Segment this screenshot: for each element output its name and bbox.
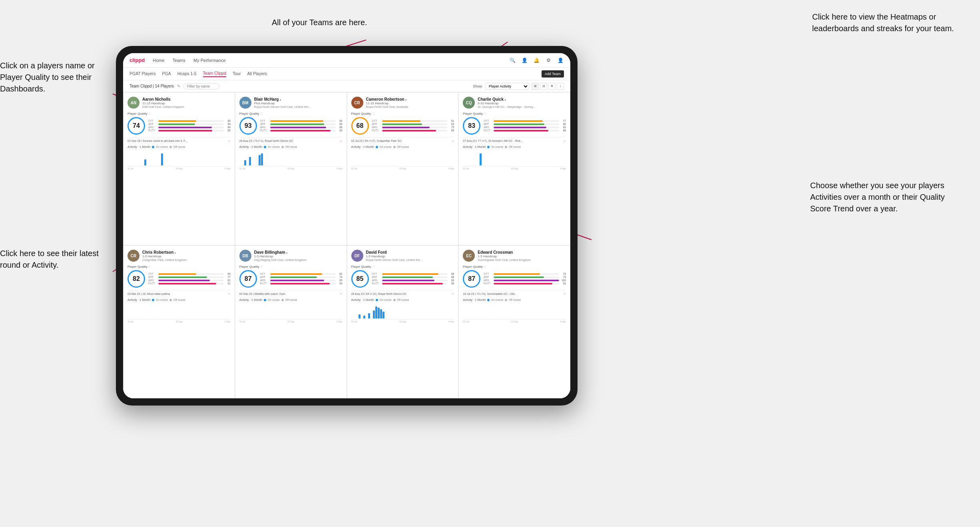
putt-value: 92 [560,282,566,285]
player-name[interactable]: Edward Crossman [478,250,531,255]
ott-bar [382,273,438,275]
ipad-screen: clippd Home Teams My Performance 🔍 👤 🔔 ⚙… [123,53,570,398]
off-course-dot [393,146,396,148]
subnav-tour[interactable]: Tour [233,71,241,77]
search-icon[interactable]: 🔍 [509,57,516,64]
recent-round[interactable]: 18 Jul 23 | 74 (+4), Sunningdale GC - Ol… [463,290,566,296]
recent-round[interactable]: 02 Jul 23 | 59 (+17), Craigmillar Park G… [351,137,454,143]
round-arrow[interactable]: → [339,139,343,143]
annotation-left-top-text: Click on a players name or Player Qualit… [0,61,95,93]
app-bar-container [494,123,559,125]
subnav-pga[interactable]: PGA [162,71,171,77]
player-card[interactable]: AN Aaron Nicholls 11-15 Handicap Drift G… [123,92,235,245]
player-header: BM Blair McHarg● Plus Handicap Royal Nor… [239,97,343,109]
player-name[interactable]: Cameron Robertson● [366,97,408,101]
arg-value: 103 [560,279,566,282]
quality-section[interactable]: 93 OTT 84 APP 85 ARG [239,117,343,135]
putt-value: 85 [225,129,231,132]
activity-title: Activity · 1 Month [351,145,374,149]
filter-btn[interactable]: ▼ [548,83,556,90]
player-name[interactable]: Aaron Nicholls [142,97,184,101]
round-arrow[interactable]: → [227,292,231,296]
edit-icon[interactable]: ✎ [177,84,180,88]
bell-icon[interactable]: 🔔 [533,57,540,64]
player-card[interactable]: CR Chris Robertson● 1-5 Handicap Craigmi… [123,245,235,398]
quality-section[interactable]: 82 OTT 60 APP 77 ARG [127,270,231,288]
putt-bar-container [270,283,336,284]
nav-teams[interactable]: Teams [173,58,185,63]
subnav-team-clippd[interactable]: Team Clippd [203,71,226,77]
player-name[interactable]: Dave Billingham● [254,250,307,255]
show-dropdown[interactable]: Player Activity Quality Score Trend [485,83,529,90]
settings-icon[interactable]: ⚙ [545,57,552,64]
on-course-dot [487,299,490,301]
arg-label: ARG [260,279,269,282]
quality-score[interactable]: 87 [463,270,480,288]
quality-score[interactable]: 87 [239,270,257,288]
player-card[interactable]: CQ Charlie Quick● 6-10 Handicap St. Geor… [458,92,570,245]
player-info: Aaron Nicholls 11-15 Handicap Drift Golf… [142,97,184,109]
recent-round[interactable]: 07 Aug 23 | 77 (+7), St George's Hill GC… [463,137,566,143]
player-card[interactable]: DF David Ford 1-5 Handicap Royal North D… [347,245,459,398]
list-view-btn[interactable]: ⊟ [540,83,547,90]
round-arrow[interactable]: → [451,139,454,143]
subnav-all-players[interactable]: All Players [247,71,267,77]
quality-section[interactable]: 87 OTT 82 APP 74 ARG [239,270,343,288]
player-handicap: 1-5 Handicap [366,255,423,258]
subnav-pgat[interactable]: PGAT Players [129,71,156,77]
player-card[interactable]: DB Dave Billingham● 1-5 Handicap Sag Mag… [235,245,347,398]
recent-round[interactable]: 02 Sep 23 | Sunrise round to get back in… [127,137,231,143]
round-arrow[interactable]: → [563,292,566,296]
round-arrow[interactable]: → [339,292,343,296]
off-course-dot [169,299,172,301]
quality-section[interactable]: 85 OTT 89 APP 80 ARG [351,270,454,288]
sub-nav: PGAT Players PGA Hcaps 1-5 Team Clippd T… [123,68,570,80]
nav-home[interactable]: Home [153,58,164,63]
arg-value: 75 [448,126,454,129]
quality-section[interactable]: 83 OTT 77 APP 80 ARG [463,117,566,135]
player-name[interactable]: David Ford [366,250,423,255]
chart-label-end: 4 Sep [225,167,230,170]
quality-score[interactable]: 93 [239,117,257,135]
search-input[interactable] [183,83,219,89]
add-team-button[interactable]: Add Team [542,70,564,78]
person-icon[interactable]: 👤 [521,57,528,64]
round-arrow[interactable]: → [451,292,454,296]
player-name[interactable]: Charlie Quick● [478,97,535,101]
player-card[interactable]: EC Edward Crossman 1-5 Handicap Sunningd… [458,245,570,398]
nav-my-performance[interactable]: My Performance [193,58,226,63]
stats-grid: OTT 60 APP 77 ARG [148,272,231,285]
player-name[interactable]: Blair McHarg● [254,97,311,101]
quality-score[interactable]: 68 [351,117,369,135]
recent-round[interactable]: 26 Aug 23 | 73 (+1), Royal North Devon G… [239,137,343,143]
on-course-label: On course [380,298,392,301]
recent-round[interactable]: 03 Mar 23 | 19, Must make putting → [127,290,231,296]
avatar-icon[interactable]: 👤 [557,57,564,64]
app-label: APP [148,276,157,278]
on-course-label: On course [380,145,392,148]
recent-round[interactable]: 04 Sep 23 | Mobility with coach, Gym → [239,290,343,296]
subnav-hcaps[interactable]: Hcaps 1-5 [177,71,197,77]
round-arrow[interactable]: → [227,139,231,143]
sort-btn[interactable]: ↕ [557,83,564,90]
quality-score[interactable]: 83 [463,117,480,135]
quality-section[interactable]: 68 OTT 61 APP 63 ARG [351,117,454,135]
stat-row-putt: PUTT 91 [148,282,231,285]
activity-legend: Activity · 1 Month On course Off course [127,298,231,302]
quality-score[interactable]: 82 [127,270,145,288]
stats-grid: OTT 82 APP 74 ARG [260,272,343,285]
quality-section[interactable]: 74 OTT 60 APP 58 ARG [127,117,231,135]
round-arrow[interactable]: → [563,139,566,143]
grid-view-btn[interactable]: ⊞ [532,83,539,90]
quality-score[interactable]: 74 [127,117,145,135]
quality-score[interactable]: 85 [351,270,369,288]
player-card[interactable]: BM Blair McHarg● Plus Handicap Royal Nor… [235,92,347,245]
player-name[interactable]: Chris Robertson● [142,250,187,255]
stat-row-ott: OTT 73 [484,272,566,275]
quality-section[interactable]: 87 OTT 73 APP 79 ARG [463,270,566,288]
player-header: DF David Ford 1-5 Handicap Royal North D… [351,250,454,262]
player-card[interactable]: CR Cameron Robertson● 11-15 Handicap Roy… [347,92,459,245]
recent-round[interactable]: 26 Aug 23 | 84 (+12), Royal North Devon … [351,290,454,296]
recent-round-text: 18 Jul 23 | 74 (+4), Sunningdale GC - Ol… [463,292,562,295]
ott-value: 89 [448,272,454,275]
